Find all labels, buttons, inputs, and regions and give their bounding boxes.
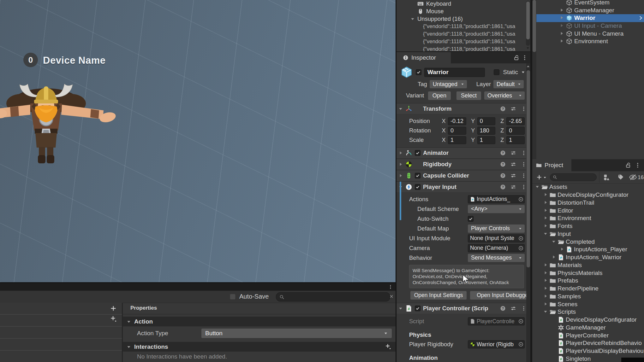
project-item-inputactions-warrior[interactable]: InputActions_Warrior <box>532 254 644 261</box>
camera-object-field[interactable]: None (Camera) <box>468 244 525 252</box>
project-item-renderpipeline[interactable]: RenderPipeline <box>532 285 644 293</box>
hierarchy-item-ui-menu-camera[interactable]: UI Menu - Camera <box>536 30 644 38</box>
position-z-field[interactable]: -2.65 <box>506 117 525 125</box>
component-enabled-checkbox[interactable] <box>415 173 420 178</box>
add-action-map-button[interactable] <box>110 305 117 312</box>
hidden-packages-icon[interactable] <box>629 174 637 181</box>
lock-icon[interactable] <box>625 162 631 168</box>
presets-icon[interactable] <box>510 184 516 190</box>
position-x-field[interactable]: -0.12 <box>448 117 466 125</box>
player-rigidbody-field[interactable]: Warrior (Rigidb <box>468 340 525 348</box>
component-enabled-checkbox[interactable] <box>415 150 420 156</box>
inspector-scrollbar[interactable] <box>526 63 530 362</box>
object-picker-icon[interactable] <box>518 318 524 324</box>
scrollbar-thumb[interactable] <box>533 0 536 52</box>
device-list-item-keyboard[interactable]: Keyboard <box>397 0 530 8</box>
script-object-field[interactable]: PlayerControlle <box>468 317 525 325</box>
project-item-materials[interactable]: Materials <box>532 261 644 269</box>
presets-icon[interactable] <box>510 161 516 167</box>
scale-x-field[interactable]: 1 <box>448 136 466 144</box>
clear-search-icon[interactable] <box>389 294 394 299</box>
project-item-assets[interactable]: Assets <box>532 183 644 191</box>
hierarchy-scrollbar[interactable] <box>532 0 536 159</box>
device-list-item-vendorid[interactable]: {"vendorId":1118,"productId":1861,"usa <box>397 45 530 51</box>
active-checkbox[interactable] <box>416 69 421 75</box>
project-item-physicsmaterials[interactable]: PhysicsMaterials <box>532 269 644 277</box>
player-controller-header[interactable]: # Player Controller (Scrip ? <box>397 303 530 314</box>
rotation-y-field[interactable]: 180 <box>477 127 496 135</box>
scroll-down-icon[interactable] <box>526 46 530 50</box>
search-by-type-icon[interactable] <box>603 174 610 181</box>
add-action-button[interactable] <box>110 315 117 322</box>
foldout-down-icon[interactable] <box>398 107 403 111</box>
kebab-icon[interactable] <box>522 55 528 61</box>
project-item-playerdevicerebindbehavio[interactable]: #PlayerDeviceRebindBehavio <box>532 339 644 347</box>
default-scheme-dropdown[interactable]: <Any> <box>468 205 525 213</box>
transform-component-header[interactable]: Transform ? <box>397 103 530 114</box>
device-list-scrollbar[interactable] <box>526 1 530 46</box>
kebab-icon[interactable] <box>521 306 527 311</box>
project-item-distortiontrail[interactable]: DistortionTrail <box>532 199 644 207</box>
auto-save-checkbox[interactable] <box>230 294 236 300</box>
object-picker-icon[interactable] <box>518 236 524 241</box>
object-picker-icon[interactable] <box>518 342 524 347</box>
hierarchy-item-warrior[interactable]: Warrior <box>536 14 644 22</box>
project-item-playervisualdisplaybehaviou[interactable]: #PlayerVisualDisplayBehaviou <box>532 347 644 355</box>
action-type-dropdown[interactable]: Button <box>201 329 392 338</box>
hierarchy-item-ui-input-camera[interactable]: UI Input - Camera <box>536 22 644 30</box>
scale-z-field[interactable]: 1 <box>506 136 525 144</box>
kebab-icon[interactable] <box>388 284 393 289</box>
component-header-capsule-collider[interactable]: Capsule Collider? <box>397 170 530 181</box>
foldout-down-icon[interactable] <box>398 306 403 311</box>
component-header-player-input[interactable]: Player Input? <box>397 181 530 193</box>
add-interaction-button[interactable] <box>385 343 391 349</box>
action-section-header[interactable]: Action <box>123 317 396 326</box>
help-icon[interactable]: ? <box>500 161 506 167</box>
project-item-scenes[interactable]: Scenes <box>532 300 644 308</box>
project-item-scripts[interactable]: Scripts <box>532 308 644 316</box>
tag-dropdown[interactable]: Untagged <box>430 80 467 88</box>
chevron-right-icon[interactable] <box>638 15 643 21</box>
project-item-input[interactable]: Input <box>532 230 644 238</box>
auto-switch-checkbox[interactable] <box>468 216 474 222</box>
lock-icon[interactable] <box>513 55 520 61</box>
kebab-icon[interactable] <box>521 184 527 190</box>
device-list-item-vendorid[interactable]: {"vendorId":1118,"productId":1861,"usa <box>397 23 530 30</box>
component-enabled-checkbox[interactable] <box>415 184 420 190</box>
position-y-field[interactable]: 0 <box>477 117 496 125</box>
project-item-playercontroller[interactable]: #PlayerController <box>532 331 644 339</box>
presets-icon[interactable] <box>510 150 516 156</box>
default-map-dropdown[interactable]: Player Controls <box>468 225 525 233</box>
device-list-item-vendorid[interactable]: {"vendorId":1118,"productId":1861,"usa <box>397 38 530 45</box>
caret-down-icon[interactable] <box>543 176 547 179</box>
prefab-cube-icon[interactable] <box>400 66 413 79</box>
project-item-gamemanager[interactable]: GameManager <box>532 324 644 332</box>
project-item-prefabs[interactable]: Prefabs <box>532 277 644 285</box>
static-checkbox[interactable] <box>494 69 499 75</box>
presets-icon[interactable] <box>510 173 516 178</box>
scene-viewport[interactable]: 0 Device Name <box>0 0 396 282</box>
component-header-animator[interactable]: Animator? <box>397 147 530 159</box>
tab-project[interactable]: Project <box>532 159 571 171</box>
prefab-open-button[interactable]: Open <box>428 91 451 100</box>
object-picker-icon[interactable] <box>518 196 524 202</box>
component-header-rigidbody[interactable]: Rigidbody? <box>397 159 530 170</box>
kebab-icon[interactable] <box>521 161 527 167</box>
project-item-samples[interactable]: Samples <box>532 293 644 301</box>
project-item-completed[interactable]: Completed <box>532 238 644 246</box>
ui-input-module-object-field[interactable]: None (Input Syste <box>468 234 525 242</box>
project-search-input[interactable] <box>550 173 597 181</box>
actions-object-field[interactable]: InputActions_ <box>468 195 525 203</box>
project-item-fonts[interactable]: Fonts <box>532 222 644 230</box>
overrides-dropdown[interactable]: Overrides <box>484 91 525 100</box>
actions-search-input[interactable] <box>276 292 390 301</box>
kebab-icon[interactable] <box>635 162 641 168</box>
help-icon[interactable]: ? <box>500 173 506 178</box>
hierarchy-item-gamemanager[interactable]: GameManager <box>536 7 644 15</box>
search-by-label-icon[interactable] <box>617 174 624 180</box>
actions-list-column[interactable] <box>0 303 123 362</box>
device-list-item-unsupported[interactable]: Unsupported (16) <box>397 15 530 23</box>
behavior-dropdown[interactable]: Send Messages <box>468 254 525 262</box>
kebab-icon[interactable] <box>521 106 527 112</box>
add-asset-button[interactable] <box>536 174 542 180</box>
